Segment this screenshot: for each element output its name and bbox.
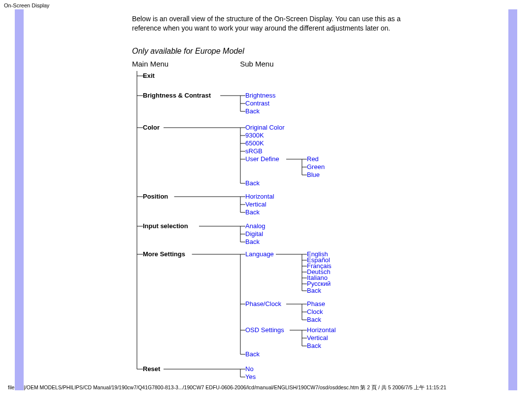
left-margin-stripe	[15, 9, 24, 390]
opt-user-define-red: Red	[307, 155, 319, 163]
sub-item-brightness-contrast-contrast: Contrast	[245, 100, 269, 107]
opt-osd-settings-vertical: Vertical	[307, 334, 328, 342]
sub-item-color-back: Back	[245, 179, 260, 187]
opt-user-define-blue: Blue	[307, 171, 320, 178]
sub-item-color-user-define: User Define	[245, 155, 279, 163]
sub-item-position-horizontal: Horizontal	[245, 193, 274, 200]
main-menu-header: Main Menu	[132, 60, 238, 68]
europe-model-note: Only available for Europe Model	[132, 47, 425, 56]
sub-item-brightness-contrast-brightness: Brightness	[245, 92, 275, 99]
main-item-reset: Reset	[143, 365, 160, 373]
sub-item-position-vertical: Vertical	[245, 201, 266, 208]
main-item-input-selection: Input selection	[143, 222, 188, 230]
sub-item-more-settings-back: Back	[245, 350, 260, 358]
sub-item-reset-no: No	[245, 365, 254, 373]
sub-item-color-9300k: 9300K	[245, 132, 264, 139]
opt-language-back: Back	[307, 287, 321, 294]
opt-phase-clock-clock: Clock	[307, 308, 323, 315]
osd-menu-tree: ExitBrightness & ContrastBrightnessContr…	[132, 71, 425, 381]
main-item-more-settings: More Settings	[143, 250, 185, 258]
sub-item-color-srgb: sRGB	[245, 147, 263, 155]
sub-item-more-settings-osd-settings: OSD Settings	[245, 326, 284, 334]
right-margin-stripe	[508, 9, 517, 390]
sub-item-more-settings-phase-clock: Phase/Clock	[245, 300, 281, 308]
sub-item-color-original-color: Original Color	[245, 124, 284, 131]
opt-osd-settings-back: Back	[307, 342, 321, 349]
column-headers: Main Menu Sub Menu	[132, 60, 425, 68]
sub-item-input-selection-back: Back	[245, 238, 260, 245]
content-area: Below is an overall view of the structur…	[132, 9, 425, 381]
page-body: Below is an overall view of the structur…	[0, 9, 532, 381]
sub-item-input-selection-analog: Analog	[245, 222, 265, 230]
sub-item-brightness-contrast-back: Back	[245, 107, 260, 115]
opt-language-: Русский	[307, 280, 331, 287]
opt-phase-clock-phase: Phase	[307, 300, 325, 308]
opt-user-define-green: Green	[307, 163, 325, 171]
main-item-brightness-contrast: Brightness & Contrast	[143, 92, 211, 99]
sub-item-more-settings-language: Language	[245, 250, 274, 258]
opt-phase-clock-back: Back	[307, 316, 321, 323]
sub-item-reset-yes: Yes	[245, 373, 256, 380]
intro-paragraph: Below is an overall view of the structur…	[132, 14, 425, 33]
main-item-exit: Exit	[143, 72, 155, 79]
sub-item-input-selection-digital: Digital	[245, 230, 263, 238]
main-item-color: Color	[143, 124, 160, 131]
sub-menu-header: Sub Menu	[240, 60, 273, 68]
page-header: On-Screen Display	[0, 0, 532, 9]
main-item-position: Position	[143, 193, 168, 200]
sub-item-color-6500k: 6500K	[245, 139, 264, 147]
opt-osd-settings-horizontal: Horizontal	[307, 326, 336, 334]
sub-item-position-back: Back	[245, 208, 260, 216]
